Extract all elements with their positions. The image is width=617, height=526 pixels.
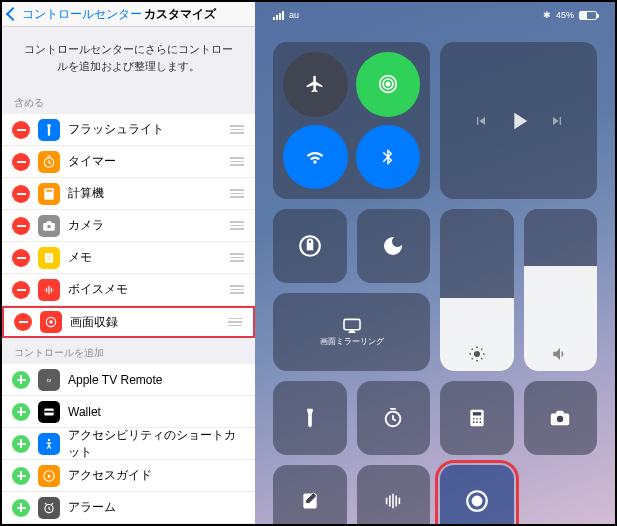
connectivity-group xyxy=(273,42,430,199)
flashlight-button[interactable] xyxy=(273,381,347,455)
drag-handle[interactable] xyxy=(229,221,245,230)
drag-handle[interactable] xyxy=(229,253,245,262)
wallet-icon xyxy=(38,401,60,423)
orientation-lock[interactable] xyxy=(273,209,347,283)
control-row: アクセスガイド xyxy=(2,460,255,492)
calculator-button[interactable] xyxy=(440,381,514,455)
status-left: au xyxy=(273,10,299,20)
svg-point-31 xyxy=(479,421,481,423)
drag-handle[interactable] xyxy=(229,285,245,294)
svg-point-26 xyxy=(473,418,475,420)
control-row: カメラ xyxy=(2,210,255,242)
notes-icon xyxy=(38,247,60,269)
svg-point-32 xyxy=(557,415,563,421)
page-title: カスタマイズ xyxy=(144,6,216,23)
timer-icon xyxy=(382,407,404,429)
svg-point-29 xyxy=(473,421,475,423)
settings-pane: コントロールセンター カスタマイズ コントロールセンターにさらにコントロールを追… xyxy=(2,2,255,524)
screen-mirroring[interactable]: 画面ミラーリング xyxy=(273,293,430,372)
control-row: アラーム xyxy=(2,492,255,524)
cellular-toggle[interactable] xyxy=(356,52,421,117)
svg-rect-20 xyxy=(308,244,312,249)
svg-rect-14 xyxy=(48,474,50,477)
back-label: コントロールセンター xyxy=(22,6,142,23)
svg-rect-22 xyxy=(344,319,360,329)
svg-point-35 xyxy=(472,497,481,506)
control-row: アクセシビリティのショートカット xyxy=(2,428,255,460)
do-not-disturb[interactable] xyxy=(357,209,431,283)
control-center: au ✱ 45% xyxy=(255,2,615,524)
add-button[interactable] xyxy=(12,403,30,421)
voice-memo-button[interactable] xyxy=(357,465,431,527)
drag-handle[interactable] xyxy=(229,125,245,134)
control-row: メモ xyxy=(2,242,255,274)
notes-icon xyxy=(300,491,320,511)
remove-button[interactable] xyxy=(12,281,30,299)
chevron-left-icon xyxy=(6,7,20,21)
airplane-toggle[interactable] xyxy=(283,52,348,117)
sun-icon xyxy=(468,345,486,363)
drag-handle[interactable] xyxy=(229,157,245,166)
brightness-slider[interactable] xyxy=(440,209,514,371)
row-label: アクセスガイド xyxy=(68,467,245,484)
svg-point-30 xyxy=(476,421,478,423)
battery-text: 45% xyxy=(556,10,574,20)
battery-icon xyxy=(579,11,597,20)
svg-point-27 xyxy=(476,418,478,420)
row-label: 計算機 xyxy=(68,185,221,202)
cc-row-1 xyxy=(273,381,597,455)
svg-rect-25 xyxy=(473,412,481,415)
volume-slider[interactable] xyxy=(524,209,598,371)
next-icon xyxy=(549,113,565,129)
row-label: カメラ xyxy=(68,217,221,234)
wifi-toggle[interactable] xyxy=(283,125,348,190)
remove-button[interactable] xyxy=(12,249,30,267)
bluetooth-toggle[interactable] xyxy=(356,125,421,190)
airplane-icon xyxy=(305,74,325,94)
drag-handle[interactable] xyxy=(229,189,245,198)
wifi-icon xyxy=(305,147,325,167)
media-controls[interactable] xyxy=(440,42,597,199)
bluetooth-icon xyxy=(379,148,397,166)
flashlight-icon xyxy=(299,407,321,429)
prev-icon xyxy=(473,113,489,129)
calculator-icon xyxy=(467,408,487,428)
row-label: Wallet xyxy=(68,405,245,419)
play-icon xyxy=(505,107,533,135)
control-row: 画面収録 xyxy=(2,306,255,338)
add-button[interactable] xyxy=(12,467,30,485)
remove-button[interactable] xyxy=(12,121,30,139)
drag-handle[interactable] xyxy=(227,318,243,327)
svg-point-28 xyxy=(479,418,481,420)
status-bar: au ✱ 45% xyxy=(273,10,597,20)
remove-button[interactable] xyxy=(14,313,32,331)
waveform-icon xyxy=(381,491,405,511)
lock-rotation-icon xyxy=(297,233,323,259)
camera-button[interactable] xyxy=(524,381,598,455)
svg-point-21 xyxy=(474,351,480,357)
back-button[interactable]: コントロールセンター xyxy=(8,6,142,23)
remove-button[interactable] xyxy=(12,153,30,171)
notes-button[interactable] xyxy=(273,465,347,527)
control-row: フラッシュライト xyxy=(2,114,255,146)
svg-point-16 xyxy=(386,83,389,86)
flashlight-icon xyxy=(38,119,60,141)
include-section-header: 含める xyxy=(2,88,255,114)
timer-button[interactable] xyxy=(357,381,431,455)
add-button[interactable] xyxy=(12,371,30,389)
timer-icon xyxy=(38,151,60,173)
moon-icon xyxy=(381,234,405,258)
remove-button[interactable] xyxy=(12,185,30,203)
remove-button[interactable] xyxy=(12,217,30,235)
add-button[interactable] xyxy=(12,435,30,453)
carrier-label: au xyxy=(289,10,299,20)
status-right: ✱ 45% xyxy=(543,10,597,20)
svg-point-12 xyxy=(48,438,50,440)
mirror-icon xyxy=(342,317,362,333)
page-description: コントロールセンターにさらにコントロールを追加および整理します。 xyxy=(2,27,255,88)
add-button[interactable] xyxy=(12,499,30,517)
row-label: アラーム xyxy=(68,499,245,516)
alarm-icon xyxy=(38,497,60,519)
svg-point-3 xyxy=(47,224,51,228)
screen-record-button[interactable] xyxy=(440,465,514,527)
